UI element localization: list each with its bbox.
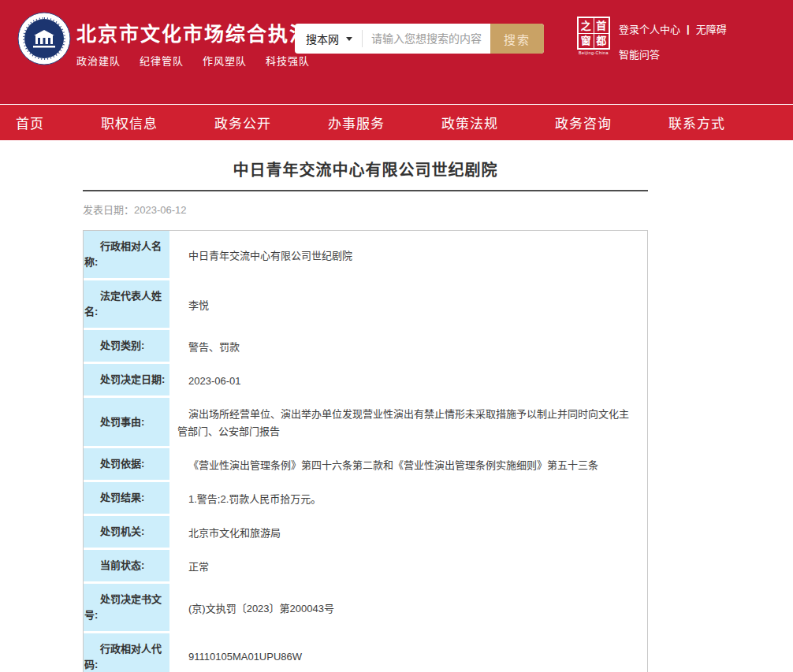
row-label: 行政相对人名称:: [84, 231, 169, 280]
seal-char: 都: [594, 34, 609, 49]
nav-item-consultation[interactable]: 政务咨询: [555, 113, 612, 132]
row-label: 处罚决定书文号:: [84, 584, 169, 633]
nav-item-contact[interactable]: 联系方式: [668, 113, 725, 132]
row-label: 处罚类别:: [84, 330, 169, 364]
table-row: 行政相对人名称: 中日青年交流中心有限公司世纪剧院: [84, 231, 647, 280]
page-title: 中日青年交流中心有限公司世纪剧院: [83, 158, 648, 180]
slogan-item: 纪律管队: [140, 53, 184, 68]
seal-char: 之: [579, 18, 594, 33]
site-slogans: 政治建队 纪律管队 作风塑队 科技强队: [76, 53, 353, 68]
row-label: 处罚事由:: [84, 398, 169, 448]
smart-qa-link[interactable]: 智能问答: [619, 49, 660, 61]
row-label: 当前状态:: [84, 550, 169, 584]
seal-char: 首: [594, 18, 609, 33]
main-nav: 首页 职权信息 政务公开 办事服务 政策法规 政务咨询 联系方式: [0, 105, 793, 140]
main-content: 中日青年交流中心有限公司世纪剧院 发表日期：2023-06-12 行政相对人名称…: [0, 140, 793, 672]
slogan-item: 科技强队: [266, 53, 310, 68]
slogan-item: 作风塑队: [203, 53, 247, 68]
row-value: 91110105MA01UPU86W: [169, 633, 647, 672]
row-value: 演出场所经营单位、演出举办单位发现营业性演出有禁止情形未采取措施予以制止并同时向…: [169, 398, 647, 448]
table-row: 处罚机关: 北京市文化和旅游局: [84, 516, 647, 550]
login-personal-center-link[interactable]: 登录个人中心: [619, 21, 680, 36]
search-scope-dropdown[interactable]: 搜本网: [295, 31, 362, 46]
publish-date-value: 2023-06-12: [134, 204, 187, 216]
row-label: 法定代表人姓名:: [84, 280, 169, 330]
seal-grid-icon: 之 首 窗 都: [577, 17, 610, 50]
search-scope-label: 搜本网: [306, 31, 339, 46]
table-row: 处罚决定日期: 2023-06-01: [84, 364, 647, 398]
site-header: 北京市文化市场综合执法总队 政治建队 纪律管队 作风塑队 科技强队 搜本网 搜索…: [0, 0, 793, 104]
table-row: 处罚结果: 1.警告;2.罚款人民币拾万元。: [84, 482, 647, 516]
row-value: 2023-06-01: [169, 364, 647, 398]
table-row: 处罚类别: 警告、罚款: [84, 330, 647, 364]
row-label: 处罚机关:: [84, 516, 169, 550]
publish-date: 发表日期：2023-06-12: [83, 202, 648, 217]
nav-item-gov-disclosure[interactable]: 政务公开: [214, 113, 271, 132]
search-button[interactable]: 搜索: [490, 24, 544, 54]
row-value: 北京市文化和旅游局: [169, 516, 647, 550]
nav-item-authority-info[interactable]: 职权信息: [101, 113, 158, 132]
chevron-down-icon: [346, 37, 352, 41]
table-row: 行政相对人代码: 91110105MA01UPU86W: [84, 633, 647, 672]
search-bar: 搜本网 搜索: [295, 24, 544, 54]
row-value: (京)文执罚〔2023〕第200043号: [169, 584, 647, 633]
table-row: 处罚事由: 演出场所经营单位、演出举办单位发现营业性演出有禁止情形未采取措施予以…: [84, 398, 647, 448]
search-input[interactable]: [363, 32, 490, 45]
nav-item-home[interactable]: 首页: [16, 113, 44, 132]
row-label: 处罚依据:: [84, 448, 169, 482]
row-label: 处罚决定日期:: [84, 364, 169, 398]
row-value: 正常: [169, 550, 647, 584]
row-label: 行政相对人代码:: [84, 633, 169, 672]
row-label: 处罚结果:: [84, 482, 169, 516]
row-value: 警告、罚款: [169, 330, 647, 364]
seal-char: 窗: [579, 34, 594, 49]
table-row: 处罚依据: 《营业性演出管理条例》第四十六条第二款和《营业性演出管理条例实施细则…: [84, 448, 647, 482]
header-links: 登录个人中心 | 无障碍 智能问答: [619, 21, 727, 61]
table-row: 法定代表人姓名: 李悦: [84, 280, 647, 330]
slogan-item: 政治建队: [76, 53, 121, 68]
penalty-info-table: 行政相对人名称: 中日青年交流中心有限公司世纪剧院 法定代表人姓名: 李悦 处罚…: [83, 230, 648, 672]
table-row: 处罚决定书文号: (京)文执罚〔2023〕第200043号: [84, 584, 647, 633]
nav-item-policies[interactable]: 政策法规: [441, 113, 498, 132]
seal-caption: Beijing-China: [577, 50, 609, 54]
links-separator: |: [687, 23, 690, 35]
row-value: 中日青年交流中心有限公司世纪剧院: [169, 231, 647, 280]
row-value: 李悦: [169, 280, 647, 330]
agency-logo-icon: [17, 12, 71, 65]
table-row: 当前状态: 正常: [84, 550, 647, 584]
row-value: 《营业性演出管理条例》第四十六条第二款和《营业性演出管理条例实施细则》第五十三条: [169, 448, 647, 482]
accessibility-link[interactable]: 无障碍: [696, 21, 727, 36]
nav-item-services[interactable]: 办事服务: [328, 113, 385, 132]
row-value: 1.警告;2.罚款人民币拾万元。: [169, 482, 647, 516]
publish-date-label: 发表日期：: [83, 204, 134, 216]
title-rule: [83, 190, 648, 191]
capital-window-seal[interactable]: 之 首 窗 都 Beijing-China: [575, 17, 612, 55]
